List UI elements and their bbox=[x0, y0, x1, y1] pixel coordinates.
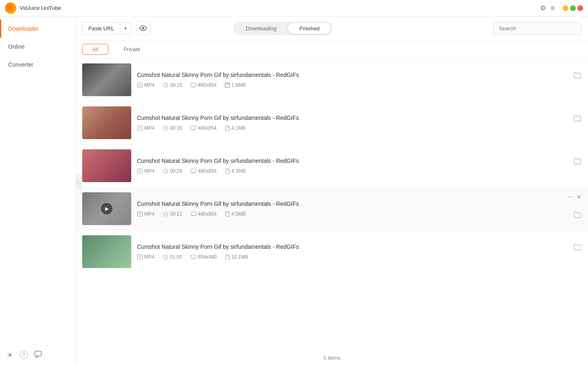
item-info-5: Cumshot Natural Skinny Porn Gif by sirfu… bbox=[137, 243, 568, 260]
duration-tag-2: 00:35 bbox=[163, 125, 182, 131]
sidebar-nav: Downloader Online Converter bbox=[0, 16, 75, 345]
close-button-4[interactable]: ✕ bbox=[577, 194, 581, 200]
item-info-2: Cumshot Natural Skinny Porn Gif by sirfu… bbox=[137, 115, 568, 131]
play-overlay-4[interactable]: ▶ bbox=[101, 203, 112, 214]
item-list: Cumshot Natural Skinny Porn Gif by sirfu… bbox=[76, 59, 588, 350]
resolution-tag-2: 480x854 bbox=[191, 125, 217, 131]
thumbnail-4: ▶ bbox=[82, 192, 131, 225]
item-meta-5: MP4 01:00 854x480 10.1MB bbox=[137, 254, 568, 260]
item-info-4: Cumshot Natural Skinny Porn Gif by sirfu… bbox=[137, 201, 562, 217]
folder-button-4[interactable] bbox=[573, 211, 581, 221]
table-row: ▶ Cumshot Natural Skinny Porn Gif by sir… bbox=[76, 187, 588, 230]
table-row: Cumshot Natural Skinny Porn Gif by sirfu… bbox=[76, 144, 588, 187]
chat-icon[interactable] bbox=[34, 351, 42, 360]
status-bar: 5 items bbox=[76, 350, 588, 365]
format-tag-1: MP4 bbox=[137, 82, 155, 88]
resolution-tag-1: 480x854 bbox=[191, 82, 217, 88]
size-tag-3: 4.3MB bbox=[225, 168, 246, 174]
title-bar: VidJuice UniTube ⚙ ≡ − □ × bbox=[0, 0, 588, 16]
minimize-button[interactable]: − bbox=[563, 5, 568, 11]
item-info-1: Cumshot Natural Skinny Porn Gif by sirfu… bbox=[137, 72, 568, 88]
row-actions-top-4: ··· ✕ bbox=[568, 193, 581, 201]
svg-rect-23 bbox=[191, 169, 196, 173]
table-row: Cumshot Natural Skinny Porn Gif by sirfu… bbox=[76, 59, 588, 101]
sidebar-item-online[interactable]: Online bbox=[0, 38, 75, 56]
size-tag-4: 4.5MB bbox=[225, 211, 246, 217]
item-actions-1 bbox=[573, 63, 581, 81]
sidebar-item-downloader[interactable]: Downloader bbox=[0, 20, 75, 38]
search-box bbox=[494, 22, 581, 35]
content-area: Paste URL ▾ Downloading Finished bbox=[76, 16, 588, 365]
format-tag-3: MP4 bbox=[137, 168, 155, 174]
svg-rect-0 bbox=[35, 351, 41, 356]
format-tag-2: MP4 bbox=[137, 125, 155, 131]
app-logo bbox=[5, 2, 16, 14]
resolution-tag-5: 854x480 bbox=[191, 254, 217, 260]
window-controls: − □ × bbox=[563, 5, 583, 11]
collapse-handle[interactable]: ‹ bbox=[75, 174, 82, 191]
settings-icon[interactable]: ⚙ bbox=[540, 4, 546, 12]
finished-tab[interactable]: Finished bbox=[288, 23, 331, 34]
theme-icon[interactable]: ☀ bbox=[7, 351, 13, 360]
duration-tag-4: 00:21 bbox=[163, 211, 182, 217]
paste-url-dropdown-icon[interactable]: ▾ bbox=[120, 23, 131, 34]
folder-button-3[interactable] bbox=[573, 158, 581, 167]
svg-rect-30 bbox=[191, 212, 196, 216]
menu-icon[interactable]: ≡ bbox=[551, 5, 554, 12]
size-tag-5: 10.1MB bbox=[225, 254, 248, 260]
item-meta-3: MP4 00:29 480x854 4.3MB bbox=[137, 168, 568, 174]
toggle-group: Downloading Finished bbox=[233, 22, 332, 35]
sidebar-item-converter[interactable]: Converter bbox=[0, 56, 75, 74]
svg-point-2 bbox=[142, 27, 144, 29]
paste-url-button[interactable]: Paste URL ▾ bbox=[82, 22, 131, 35]
format-tag-4: MP4 bbox=[137, 211, 155, 217]
filter-private-button[interactable]: Private bbox=[113, 44, 150, 55]
folder-button-2[interactable] bbox=[573, 115, 581, 124]
item-meta-1: MP4 00:15 480x854 1.8MB bbox=[137, 82, 568, 88]
item-title-3: Cumshot Natural Skinny Porn Gif by sirfu… bbox=[137, 158, 568, 164]
item-title-1: Cumshot Natural Skinny Porn Gif by sirfu… bbox=[137, 72, 568, 78]
downloading-tab[interactable]: Downloading bbox=[234, 23, 288, 34]
size-tag-1: 1.8MB bbox=[225, 82, 246, 88]
resolution-tag-3: 480x854 bbox=[191, 168, 217, 174]
help-icon[interactable]: ? bbox=[20, 351, 28, 359]
item-actions-5 bbox=[573, 235, 581, 253]
duration-tag-3: 00:29 bbox=[163, 168, 182, 174]
item-actions-3 bbox=[573, 149, 581, 167]
paste-url-label: Paste URL bbox=[83, 23, 120, 34]
thumbnail-2 bbox=[82, 106, 131, 139]
item-title-4: Cumshot Natural Skinny Porn Gif by sirfu… bbox=[137, 201, 562, 207]
close-button[interactable]: × bbox=[577, 5, 583, 11]
item-meta-4: MP4 00:21 480x854 4.5MB bbox=[137, 211, 562, 217]
sidebar-bottom: ☀ ? bbox=[0, 345, 75, 365]
search-input[interactable] bbox=[494, 22, 581, 35]
thumbnail-5 bbox=[82, 235, 131, 268]
duration-tag-5: 01:00 bbox=[163, 254, 182, 260]
svg-rect-16 bbox=[191, 126, 196, 130]
app-title: VidJuice UniTube bbox=[20, 5, 540, 11]
thumbnail-3 bbox=[82, 149, 131, 182]
svg-rect-8 bbox=[191, 83, 196, 87]
format-tag-5: MP4 bbox=[137, 254, 155, 260]
table-row: Cumshot Natural Skinny Porn Gif by sirfu… bbox=[76, 230, 588, 273]
toolbar: Paste URL ▾ Downloading Finished bbox=[76, 16, 588, 41]
items-count: 5 items bbox=[323, 355, 341, 361]
svg-rect-37 bbox=[191, 255, 196, 259]
watch-button[interactable] bbox=[136, 21, 150, 35]
folder-button-5[interactable] bbox=[573, 243, 581, 253]
item-actions-2 bbox=[573, 106, 581, 124]
thumbnail-1 bbox=[82, 63, 131, 96]
more-options-button-4[interactable]: ··· bbox=[568, 193, 573, 201]
sub-toolbar: All Private bbox=[76, 41, 588, 59]
resolution-tag-4: 480x854 bbox=[191, 211, 217, 217]
sidebar: Downloader Online Converter ☀ ? bbox=[0, 16, 76, 365]
duration-tag-1: 00:15 bbox=[163, 82, 182, 88]
item-actions-4: ··· ✕ bbox=[568, 192, 581, 221]
title-bar-controls: ⚙ ≡ − □ × bbox=[540, 4, 583, 12]
folder-button-1[interactable] bbox=[573, 72, 581, 81]
size-tag-2: 4.1MB bbox=[225, 125, 246, 131]
maximize-button[interactable]: □ bbox=[570, 5, 576, 11]
item-title-2: Cumshot Natural Skinny Porn Gif by sirfu… bbox=[137, 115, 568, 121]
item-info-3: Cumshot Natural Skinny Porn Gif by sirfu… bbox=[137, 158, 568, 174]
filter-all-button[interactable]: All bbox=[82, 44, 108, 55]
